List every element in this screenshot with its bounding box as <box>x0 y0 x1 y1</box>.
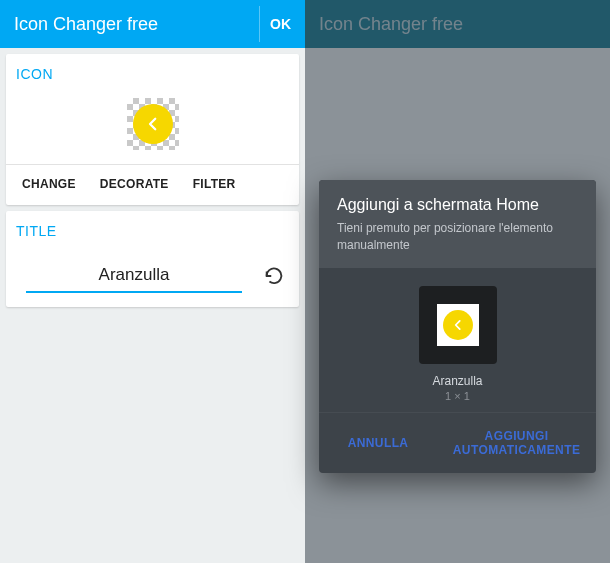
title-card: TITLE <box>6 211 299 307</box>
undo-button[interactable] <box>260 262 287 290</box>
dialog-title: Aggiungi a schermata Home <box>337 196 578 214</box>
shortcut-name: Aranzulla <box>432 374 482 388</box>
shortcut-canvas <box>437 304 479 346</box>
chevron-left-icon <box>144 115 162 133</box>
title-card-label: TITLE <box>16 223 289 239</box>
shortcut-icon <box>443 310 473 340</box>
tab-change[interactable]: CHANGE <box>22 177 76 191</box>
icon-card-label: ICON <box>16 66 289 82</box>
dialog-header: Aggiungi a schermata Home Tieni premuto … <box>319 180 596 268</box>
left-screen: Icon Changer free OK ICON CHANGE DECORAT… <box>0 0 305 563</box>
icon-card: ICON CHANGE DECORATE FILTER <box>6 54 299 205</box>
app-icon <box>133 104 173 144</box>
add-to-home-dialog: Aggiungi a schermata Home Tieni premuto … <box>319 180 596 473</box>
shortcut-dimensions: 1 × 1 <box>445 390 470 402</box>
dialog-subtitle: Tieni premuto per posizionare l'elemento… <box>337 220 578 254</box>
title-row <box>16 249 289 297</box>
ok-button[interactable]: OK <box>259 6 301 42</box>
icon-preview-area <box>16 92 289 164</box>
icon-checkerboard[interactable] <box>127 98 179 150</box>
dialog-actions: ANNULLA AGGIUNGI AUTOMATICAMENTE <box>319 412 596 474</box>
tab-decorate[interactable]: DECORATE <box>100 177 169 191</box>
chevron-left-icon <box>451 318 465 332</box>
add-auto-button[interactable]: AGGIUNGI AUTOMATICAMENTE <box>437 413 596 474</box>
cancel-button[interactable]: ANNULLA <box>319 413 437 474</box>
left-app-bar: Icon Changer free OK <box>0 0 305 48</box>
shortcut-tile[interactable] <box>419 286 497 364</box>
dialog-body: Aranzulla 1 × 1 <box>319 268 596 412</box>
undo-icon <box>263 265 285 287</box>
title-input[interactable] <box>26 259 242 293</box>
app-title: Icon Changer free <box>14 14 158 35</box>
tab-filter[interactable]: FILTER <box>193 177 236 191</box>
icon-tabs: CHANGE DECORATE FILTER <box>16 165 289 195</box>
right-screen: Icon Changer free Aggiungi a schermata H… <box>305 0 610 563</box>
